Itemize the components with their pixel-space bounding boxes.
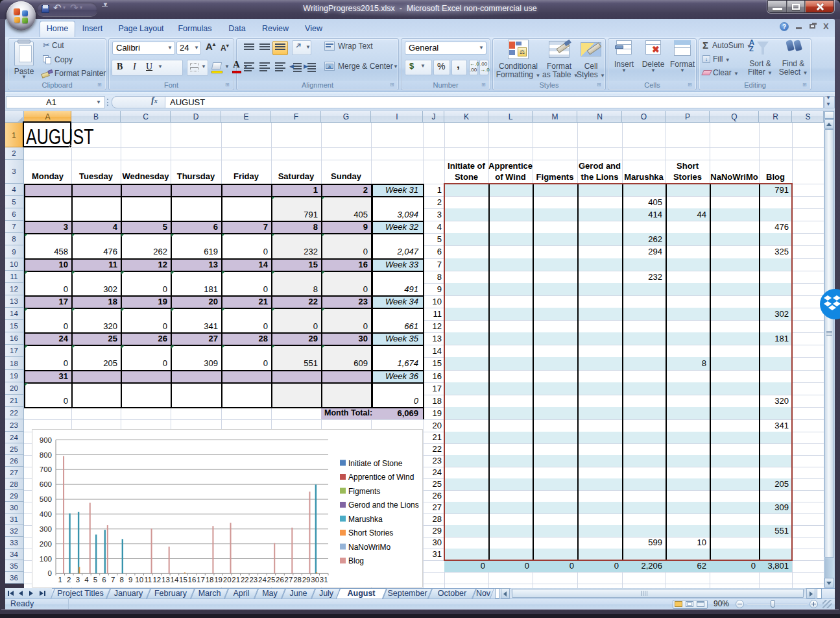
svg-text:12: 12 xyxy=(152,576,161,584)
svg-text:15: 15 xyxy=(179,576,187,584)
svg-text:1: 1 xyxy=(58,576,62,584)
svg-text:24: 24 xyxy=(258,576,267,584)
svg-text:Gerod and the Lions: Gerod and the Lions xyxy=(348,501,419,510)
svg-text:Blog: Blog xyxy=(348,556,364,565)
svg-text:11: 11 xyxy=(144,576,152,584)
svg-text:4: 4 xyxy=(84,576,89,584)
svg-text:Figments: Figments xyxy=(348,487,380,496)
svg-text:500: 500 xyxy=(40,495,52,503)
svg-text:7: 7 xyxy=(111,576,115,584)
svg-text:NaNoWriMo: NaNoWriMo xyxy=(348,543,390,552)
svg-text:0: 0 xyxy=(48,569,52,577)
svg-text:16: 16 xyxy=(188,576,197,584)
svg-text:20: 20 xyxy=(223,576,232,584)
svg-text:200: 200 xyxy=(40,540,52,548)
svg-text:600: 600 xyxy=(40,480,52,488)
svg-text:Short Stories: Short Stories xyxy=(348,528,393,538)
svg-text:26: 26 xyxy=(276,576,284,584)
svg-text:2: 2 xyxy=(67,576,71,584)
svg-text:Initiate of Stone: Initiate of Stone xyxy=(348,459,403,468)
svg-text:100: 100 xyxy=(40,555,52,563)
svg-text:3: 3 xyxy=(76,576,80,584)
svg-text:21: 21 xyxy=(232,576,240,584)
svg-text:31: 31 xyxy=(320,576,328,584)
svg-text:14: 14 xyxy=(171,576,179,584)
svg-text:700: 700 xyxy=(40,465,52,473)
svg-text:400: 400 xyxy=(40,510,52,518)
svg-text:13: 13 xyxy=(162,576,170,584)
svg-text:23: 23 xyxy=(249,576,258,584)
svg-text:Apprentice of Wind: Apprentice of Wind xyxy=(348,473,414,482)
svg-text:10: 10 xyxy=(135,576,143,584)
svg-text:22: 22 xyxy=(241,576,249,584)
svg-text:5: 5 xyxy=(93,576,97,584)
svg-text:28: 28 xyxy=(293,576,302,584)
svg-text:800: 800 xyxy=(40,451,52,459)
svg-text:Marushka: Marushka xyxy=(348,515,383,524)
svg-text:900: 900 xyxy=(40,436,52,444)
svg-text:27: 27 xyxy=(285,576,293,584)
svg-text:9: 9 xyxy=(128,576,132,584)
svg-text:29: 29 xyxy=(302,576,311,584)
svg-text:18: 18 xyxy=(206,576,214,584)
svg-text:6: 6 xyxy=(102,576,106,584)
svg-text:30: 30 xyxy=(311,576,319,584)
svg-text:19: 19 xyxy=(214,576,222,584)
svg-text:25: 25 xyxy=(267,576,276,584)
svg-text:17: 17 xyxy=(197,576,205,584)
svg-text:300: 300 xyxy=(40,525,52,533)
svg-text:8: 8 xyxy=(119,576,123,584)
